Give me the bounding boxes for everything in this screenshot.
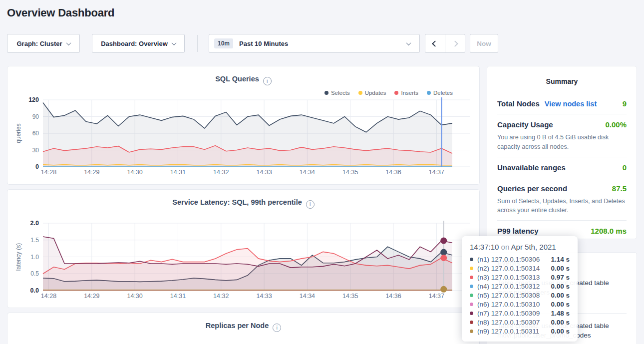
tooltip-row: (n6) 127.0.0.1:503100.00 s <box>470 300 570 309</box>
step-forward-button[interactable] <box>445 34 465 52</box>
x-tick-label: 14:33 <box>256 169 272 176</box>
time-range-dropdown[interactable]: 10m Past 10 Minutes <box>209 34 420 53</box>
legend-dot <box>358 91 362 95</box>
legend-item-updates[interactable]: Updates <box>358 90 386 96</box>
info-icon[interactable]: i <box>263 77 272 85</box>
time-range-badge: 10m <box>214 38 233 48</box>
capacity-usage-row: Capacity Usage 0.00% <box>497 114 627 135</box>
info-icon[interactable]: i <box>306 200 315 209</box>
legend-label: Inserts <box>401 90 418 96</box>
node-latency-value: 0.00 s <box>551 301 570 308</box>
x-tick-label: 14:30 <box>127 293 142 300</box>
x-tick-label: 14:37 <box>429 169 444 176</box>
node-latency-value: 0.00 s <box>551 328 570 335</box>
y-tick-label: 1.5 <box>30 237 39 244</box>
y-tick-label: 60 <box>32 130 39 137</box>
legend-dot <box>324 91 328 95</box>
overview-dashboard-page: Overview Dashboard Graph: Cluster Dashbo… <box>0 0 644 344</box>
y-tick-label: 30 <box>32 147 39 154</box>
node-latency-value: 0.00 s <box>551 292 570 299</box>
tooltip-timestamp: 14:37:10 on Apr 5th, 2021 <box>470 243 570 251</box>
queries-per-second-description: Sum of Selects, Updates, Inserts, and De… <box>497 197 627 216</box>
unavailable-ranges-value: 0 <box>623 163 627 172</box>
node-address: (n4) 127.0.0.1:50312 <box>477 283 551 290</box>
total-nodes-row: Total Nodes View nodes list 9 <box>497 93 627 114</box>
sql-queries-title: SQL Queriesi <box>7 75 479 85</box>
y-tick-label: 1.0 <box>30 254 39 261</box>
legend-label: Updates <box>365 90 386 96</box>
now-button[interactable]: Now <box>470 34 498 53</box>
tooltip-row: (n4) 127.0.0.1:503120.00 s <box>470 282 570 291</box>
node-color-dot <box>470 267 473 270</box>
y-tick-label: 120 <box>28 96 39 103</box>
node-address: (n9) 127.0.0.1:50311 <box>477 328 551 335</box>
tooltip-row: (n1) 127.0.0.1:503061.14 s <box>470 255 570 264</box>
node-latency-value: 0.00 s <box>551 283 570 290</box>
dashboard-dropdown-label: Dashboard: Overview <box>101 40 168 47</box>
hover-dot <box>440 249 447 256</box>
p99-latency-label: P99 latency <box>497 227 539 235</box>
capacity-usage-value: 0.00% <box>605 120 627 129</box>
y-axis-label: queries <box>15 123 22 143</box>
x-tick-label: 14:34 <box>300 169 315 176</box>
total-nodes-value: 9 <box>623 99 627 108</box>
x-tick-label: 14:36 <box>385 293 401 300</box>
node-color-dot <box>470 330 473 333</box>
chart-hover-tooltip: 14:37:10 on Apr 5th, 2021 (n1) 127.0.0.1… <box>462 236 578 342</box>
dashboard-dropdown[interactable]: Dashboard: Overview <box>92 34 185 53</box>
node-color-dot <box>470 258 473 261</box>
x-tick-label: 14:30 <box>127 169 142 176</box>
legend-item-selects[interactable]: Selects <box>324 90 350 96</box>
hover-dot <box>440 286 447 293</box>
x-tick-label: 14:35 <box>342 293 358 300</box>
service-latency-panel: 14:2814:2914:3014:3114:3214:3314:3414:35… <box>7 189 480 308</box>
capacity-usage-label: Capacity Usage <box>497 120 553 129</box>
graph-dropdown[interactable]: Graph: Cluster <box>7 34 80 53</box>
tooltip-rows: (n1) 127.0.0.1:503061.14 s(n2) 127.0.0.1… <box>470 255 570 336</box>
y-tick-label: 0.0 <box>30 287 39 294</box>
legend-item-inserts[interactable]: Inserts <box>394 90 418 96</box>
legend-dot <box>427 91 431 95</box>
info-icon[interactable]: i <box>273 324 281 332</box>
node-address: (n5) 127.0.0.1:50308 <box>477 292 551 299</box>
node-color-dot <box>470 312 473 315</box>
time-range-label: Past 10 Minutes <box>239 40 288 47</box>
y-tick-label: 90 <box>32 113 39 120</box>
tooltip-row: (n8) 127.0.0.1:503070.00 s <box>470 318 570 327</box>
chevron-left-icon <box>432 40 438 47</box>
node-latency-value: 0.00 s <box>551 319 570 326</box>
x-tick-label: 14:32 <box>213 293 229 300</box>
x-tick-label: 14:31 <box>170 169 186 176</box>
legend-item-deletes[interactable]: Deletes <box>427 90 453 96</box>
sql-legend: SelectsUpdatesInsertsDeletes <box>324 90 453 96</box>
unavailable-ranges-row: Unavailable ranges 0 <box>497 157 627 178</box>
node-address: (n7) 127.0.0.1:50309 <box>477 310 551 317</box>
chevron-down-icon <box>171 40 176 45</box>
node-color-dot <box>470 303 473 306</box>
graph-dropdown-label: Graph: Cluster <box>16 40 62 47</box>
node-address: (n3) 127.0.0.1:50313 <box>477 274 551 281</box>
tooltip-row: (n3) 127.0.0.1:503130.97 s <box>470 273 570 282</box>
tooltip-row: (n2) 127.0.0.1:503140.00 s <box>470 264 570 273</box>
node-address: (n1) 127.0.0.1:50306 <box>477 256 551 263</box>
chevron-down-icon <box>66 40 71 45</box>
x-tick-label: 14:29 <box>84 169 99 176</box>
y-axis-label: latency (s) <box>15 243 22 271</box>
step-back-button[interactable] <box>425 34 445 52</box>
x-tick-label: 14:31 <box>170 293 186 300</box>
x-tick-label: 14:35 <box>342 169 358 176</box>
y-tick-label: 0 <box>35 163 39 170</box>
chevron-down-icon <box>406 40 411 45</box>
node-latency-value: 1.48 s <box>551 310 570 317</box>
tooltip-row: (n7) 127.0.0.1:503091.48 s <box>470 309 570 318</box>
chevron-right-icon <box>452 40 458 47</box>
view-nodes-list-link[interactable]: View nodes list <box>545 100 597 108</box>
node-address: (n6) 127.0.0.1:50310 <box>477 301 551 308</box>
hover-dot <box>440 238 447 244</box>
tooltip-row: (n5) 127.0.0.1:503080.00 s <box>470 291 570 300</box>
p99-latency-value: 1208.0 ms <box>591 227 627 235</box>
x-tick-label: 14:34 <box>300 293 315 300</box>
node-color-dot <box>470 276 473 279</box>
x-tick-label: 14:28 <box>41 293 56 300</box>
node-color-dot <box>470 294 473 297</box>
